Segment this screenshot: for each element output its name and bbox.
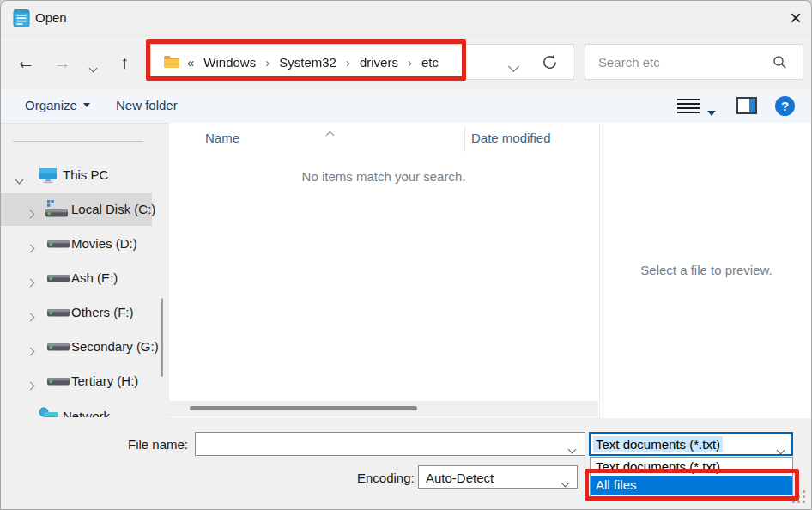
breadcrumb-segment-windows[interactable]: Windows [203,55,256,70]
file-type-selected-value: Text documents (*.txt) [593,436,723,452]
chevron-down-icon[interactable] [778,441,784,457]
sidebar-item-tertiary-h[interactable]: Tertiary (H:) [1,365,152,398]
expand-chevron[interactable] [27,205,33,221]
column-header-name[interactable]: Name [205,131,239,145]
file-type-option-text-documents[interactable]: Text documents (*.txt) [591,458,792,476]
sidebar-item-movies-d[interactable]: Movies (D:) [1,228,152,260]
horizontal-scrollbar-thumb[interactable] [190,406,417,410]
drive-icon [47,376,70,392]
breadcrumb-separator-icon: › [346,55,350,70]
back-button[interactable]: ← [17,53,35,71]
column-header-date-modified[interactable]: Date modified [471,131,551,145]
search-box [585,44,803,80]
organize-label: Organize [25,98,77,112]
sidebar-item-network[interactable]: Network [1,400,152,417]
forward-button[interactable]: → [53,53,71,71]
breadcrumb-separator-icon: › [408,55,412,70]
chevron-down-icon[interactable] [562,474,568,489]
expand-chevron[interactable] [27,377,33,392]
notepad-icon [13,9,30,31]
sidebar-item-label: Movies (D:) [71,236,137,251]
drive-icon [47,273,70,288]
refresh-icon[interactable] [541,53,559,75]
this-pc-icon [39,167,58,187]
sidebar-item-others-f[interactable]: Others (F:) [1,296,152,329]
chevron-right-icon [27,348,35,356]
preview-pane: Select a file to preview. [599,123,812,418]
chevron-down-icon [89,64,98,73]
title-bar: Open × [1,1,812,36]
new-folder-button[interactable]: New folder [116,98,178,112]
window-title: Open [35,10,67,25]
expand-chevron[interactable] [18,412,24,417]
help-icon: ? [775,96,795,116]
recent-locations-chevron[interactable] [90,59,96,75]
sidebar-item-label: Network [63,409,110,417]
sidebar-item-this-pc[interactable]: This PC [1,159,152,191]
command-toolbar: Organize New folder ? [1,90,812,124]
chevron-right-icon [27,210,35,219]
chevron-right-icon [27,279,35,288]
sidebar-item-ash-e[interactable]: Ash (E:) [1,262,152,294]
help-button[interactable]: ? [775,96,795,116]
chevron-right-icon [27,382,35,391]
encoding-selected-value: Auto-Detect [426,471,494,485]
chevron-right-icon [27,313,35,322]
view-mode-dropdown[interactable] [707,104,716,119]
chevron-right-icon [27,245,35,253]
breadcrumb-segment-etc[interactable]: etc [421,55,439,70]
chevron-down-icon [707,111,716,116]
file-type-dropdown-list: Text documents (*.txt) All files [590,457,793,497]
expand-chevron[interactable] [27,308,33,324]
expand-chevron[interactable] [27,240,33,255]
sidebar-item-secondary-g[interactable]: Secondary (G:) [1,331,152,363]
breadcrumb-segment-drivers[interactable]: drivers [360,55,398,70]
expand-chevron[interactable] [27,343,33,358]
search-input[interactable] [585,45,803,79]
navigation-sidebar: This PC Local Disk (C:) [1,123,169,417]
sidebar-item-label: Ash (E:) [71,270,118,285]
file-name-input[interactable] [196,433,585,455]
address-dropdown-chevron[interactable] [510,58,518,74]
file-list-pane: Name Date modified No items match your s… [169,123,599,417]
file-type-combobox[interactable]: Text documents (*.txt) [589,432,793,456]
sidebar-scrollbar[interactable] [161,298,163,377]
chevron-down-icon [508,61,519,72]
horizontal-scrollbar-track[interactable] [169,401,598,416]
up-button[interactable]: ↑ [120,53,130,71]
sort-ascending-icon [327,126,333,142]
sidebar-item-label: Secondary (G:) [71,339,159,354]
sidebar-item-label: Local Disk (C:) [71,202,155,216]
preview-pane-button[interactable] [736,97,757,114]
file-type-option-all-files[interactable]: All files [591,476,792,495]
sidebar-item-local-disk-c[interactable]: Local Disk (C:) [1,193,152,226]
drive-icon [47,342,70,357]
chevron-down-icon [15,176,24,185]
file-name-combobox[interactable] [195,432,585,456]
encoding-combobox[interactable]: Auto-Detect [418,465,578,489]
sidebar-item-label: Tertiary (H:) [71,373,138,388]
chevron-down-icon[interactable] [569,440,575,456]
empty-list-message: No items match your search. [169,169,598,184]
chevron-down-icon [83,103,90,107]
encoding-label: Encoding: [357,471,415,485]
preview-message: Select a file to preview. [600,263,812,277]
breadcrumb-segment-system32[interactable]: System32 [279,55,336,70]
local-disk-icon [45,200,68,222]
folder-icon [163,54,180,72]
expand-chevron[interactable] [16,171,22,186]
drive-icon [47,307,70,323]
view-mode-button[interactable] [677,98,700,114]
open-dialog-window: Open × ← ← → ↑ « Windows › System32 › dr… [0,0,812,510]
file-name-label: File name: [128,437,188,452]
breadcrumb-overflow[interactable]: « [187,55,194,70]
breadcrumb-separator-icon: › [265,55,270,70]
breadcrumb: « Windows › System32 › drivers › etc [187,45,439,79]
search-icon[interactable] [773,55,787,73]
close-button[interactable]: × [782,4,809,32]
organize-button[interactable]: Organize [25,98,90,112]
sidebar-item-label: This PC [63,167,108,182]
address-bar[interactable]: « Windows › System32 › drivers › etc [150,44,573,80]
expand-chevron[interactable] [27,274,33,289]
column-divider[interactable] [464,126,465,152]
